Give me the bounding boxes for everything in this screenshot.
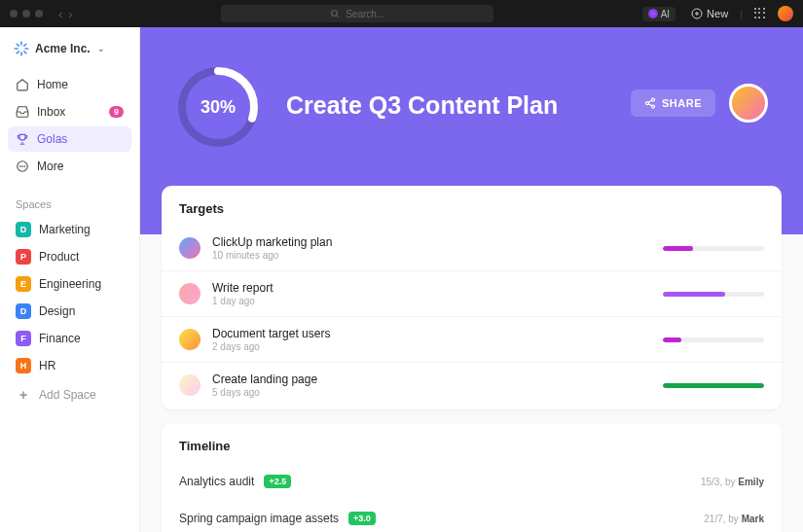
nav-arrows: ‹ › bbox=[58, 7, 73, 21]
timeline-title: Timeline bbox=[162, 439, 782, 463]
sidebar-item-home[interactable]: Home bbox=[8, 72, 131, 97]
add-space-button[interactable]: + Add Space bbox=[8, 381, 131, 408]
share-icon bbox=[644, 97, 656, 109]
svg-point-19 bbox=[651, 98, 654, 101]
target-name: Document target users bbox=[212, 327, 651, 340]
sidebar-item-label: Inbox bbox=[37, 105, 65, 119]
space-item[interactable]: PProduct bbox=[8, 243, 131, 270]
assignee-avatar bbox=[179, 329, 201, 350]
svg-line-11 bbox=[17, 52, 18, 53]
svg-line-8 bbox=[24, 52, 26, 53]
chevron-down-icon: ⌄ bbox=[97, 44, 105, 53]
goal-title: Create Q3 Content Plan bbox=[286, 91, 558, 120]
sidebar-item-label: Home bbox=[37, 78, 68, 91]
space-badge: P bbox=[16, 249, 31, 265]
svg-point-16 bbox=[24, 166, 25, 167]
workspace-logo-icon bbox=[14, 41, 29, 56]
svg-line-12 bbox=[24, 44, 26, 46]
assignee-avatar bbox=[179, 283, 201, 304]
divider: | bbox=[740, 8, 743, 19]
target-name: Write report bbox=[212, 281, 651, 295]
search-icon bbox=[330, 9, 340, 18]
target-meta: 5 days ago bbox=[212, 387, 651, 398]
timeline-name: Spring campaign image assets bbox=[179, 512, 339, 525]
svg-line-1 bbox=[337, 16, 339, 18]
space-item[interactable]: HHR bbox=[8, 352, 131, 379]
targets-title: Targets bbox=[162, 201, 782, 226]
add-space-label: Add Space bbox=[39, 388, 96, 402]
svg-point-20 bbox=[645, 102, 648, 105]
workspace-name: Acme Inc. bbox=[35, 42, 91, 55]
space-item[interactable]: DMarketing bbox=[8, 216, 131, 243]
ai-icon bbox=[648, 9, 658, 18]
space-name: HR bbox=[39, 359, 55, 372]
target-meta: 1 day ago bbox=[212, 296, 651, 306]
score-pill: +3.0 bbox=[348, 512, 376, 525]
ai-button[interactable]: AI bbox=[642, 7, 675, 21]
svg-point-14 bbox=[19, 166, 20, 167]
space-name: Marketing bbox=[39, 223, 91, 236]
space-badge: D bbox=[16, 303, 31, 319]
sidebar-item-label: More bbox=[37, 160, 63, 173]
sidebar-item-goals[interactable]: Golas bbox=[8, 126, 131, 152]
user-avatar[interactable] bbox=[778, 6, 793, 21]
timeline-meta: 15/3, by Emily bbox=[701, 477, 764, 487]
target-row[interactable]: Document target users2 days ago bbox=[162, 316, 782, 362]
sidebar: Acme Inc. ⌄ Home Inbox 9 Golas More Spac… bbox=[0, 27, 140, 532]
new-button[interactable]: New bbox=[691, 8, 728, 19]
progress-bar bbox=[663, 246, 764, 251]
svg-point-15 bbox=[22, 166, 23, 167]
owner-avatar[interactable] bbox=[729, 84, 768, 123]
timeline-meta: 21/7, by Mark bbox=[704, 514, 764, 524]
progress-bar bbox=[663, 292, 764, 297]
apps-icon[interactable] bbox=[754, 8, 766, 19]
assignee-avatar bbox=[179, 237, 201, 259]
target-row[interactable]: Write report1 day ago bbox=[162, 270, 782, 316]
space-item[interactable]: DDesign bbox=[8, 298, 131, 325]
target-meta: 2 days ago bbox=[212, 341, 651, 352]
svg-point-21 bbox=[651, 105, 654, 108]
inbox-badge: 9 bbox=[109, 106, 124, 118]
timeline-row[interactable]: Analytics audit+2.515/3, by Emily bbox=[162, 463, 782, 500]
svg-line-23 bbox=[648, 104, 652, 106]
trophy-icon bbox=[16, 132, 29, 146]
sidebar-item-more[interactable]: More bbox=[8, 154, 131, 179]
topbar: ‹ › Search... AI New | bbox=[0, 0, 803, 27]
space-item[interactable]: FFinance bbox=[8, 325, 131, 352]
progress-bar bbox=[663, 337, 764, 342]
home-icon bbox=[16, 78, 29, 91]
main-content: 30% Create Q3 Content Plan SHARE Targets… bbox=[140, 27, 803, 532]
sidebar-item-inbox[interactable]: Inbox 9 bbox=[8, 99, 131, 124]
search-input[interactable]: Search... bbox=[221, 5, 493, 22]
spaces-label: Spaces bbox=[8, 191, 131, 214]
space-name: Finance bbox=[39, 332, 81, 345]
nav-forward[interactable]: › bbox=[68, 7, 72, 21]
score-pill: +2.5 bbox=[264, 475, 291, 488]
space-badge: E bbox=[16, 276, 31, 292]
workspace-switcher[interactable]: Acme Inc. ⌄ bbox=[8, 37, 131, 60]
timeline-card: Timeline Analytics audit+2.515/3, by Emi… bbox=[162, 423, 782, 532]
timeline-row[interactable]: Spring campaign image assets+3.021/7, by… bbox=[162, 500, 782, 532]
plus-circle-icon bbox=[691, 8, 703, 19]
window-controls[interactable] bbox=[10, 10, 43, 18]
space-badge: F bbox=[16, 331, 31, 346]
share-button[interactable]: SHARE bbox=[631, 89, 715, 117]
target-row[interactable]: Create landing page5 days ago bbox=[162, 362, 782, 408]
target-name: Create landing page bbox=[212, 372, 651, 386]
nav-back[interactable]: ‹ bbox=[58, 7, 62, 21]
plus-icon: + bbox=[16, 387, 31, 403]
sidebar-item-label: Golas bbox=[37, 132, 67, 146]
svg-line-22 bbox=[648, 100, 652, 102]
space-name: Design bbox=[39, 304, 75, 318]
timeline-name: Analytics audit bbox=[179, 475, 254, 488]
target-name: ClickUp marketing plan bbox=[212, 235, 651, 249]
more-icon bbox=[16, 160, 29, 173]
target-row[interactable]: ClickUp marketing plan10 minutes ago bbox=[162, 226, 782, 270]
space-item[interactable]: EEngineering bbox=[8, 270, 131, 298]
inbox-icon bbox=[16, 105, 29, 119]
targets-card: Targets ClickUp marketing plan10 minutes… bbox=[162, 186, 782, 409]
progress-ring: 30% bbox=[175, 64, 261, 150]
svg-line-7 bbox=[17, 44, 18, 46]
space-badge: H bbox=[16, 358, 31, 373]
progress-bar bbox=[663, 383, 764, 388]
